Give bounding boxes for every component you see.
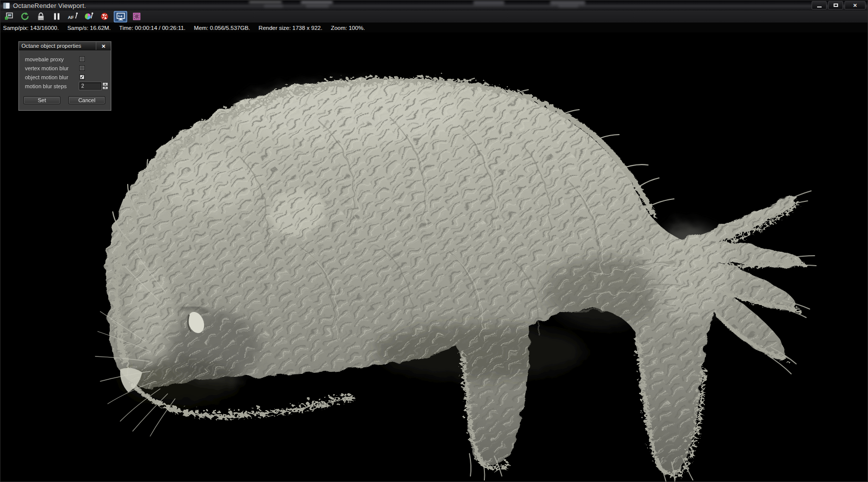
close-icon: ×: [853, 2, 857, 8]
restart-render-button[interactable]: [18, 11, 31, 22]
viewport-lock-icon: [116, 11, 126, 21]
spinner-up-icon: ▲: [104, 83, 107, 85]
render-region-button[interactable]: [130, 11, 143, 22]
status-memory: Mem: 0.056/5.537GB.: [194, 25, 250, 31]
cancel-button[interactable]: Cancel: [68, 96, 105, 104]
prop-row-vertex-motion-blur: vertex motion blur: [19, 65, 111, 72]
minimize-icon: [817, 6, 822, 7]
svg-text:AF: AF: [68, 15, 74, 20]
pause-render-icon: [52, 11, 62, 21]
close-button[interactable]: ×: [845, 1, 866, 9]
glass-smudge: [558, 4, 578, 7]
motion-blur-steps-label: motion blur steps: [25, 83, 67, 89]
octane-object-properties-dialog: Octane object properties × movebale prox…: [18, 41, 111, 111]
status-samples-per-pixel: Samp/pix: 143/16000.: [3, 25, 59, 31]
maximize-button[interactable]: [828, 1, 843, 9]
dialog-close-button[interactable]: ×: [96, 42, 111, 50]
viewport-toolbar: AF: [0, 10, 868, 23]
white-balance-pick-button[interactable]: [82, 11, 95, 22]
vertex-motion-blur-label: vertex motion blur: [25, 65, 68, 71]
minimize-button[interactable]: [812, 1, 827, 9]
reset-render-icon: [99, 11, 110, 21]
title-bar[interactable]: OctaneRender Viewport. ×: [0, 0, 868, 10]
prop-row-motion-blur-steps: motion blur steps ▲ ▼: [19, 83, 111, 90]
glass-smudge: [306, 4, 329, 7]
prop-row-movebale-proxy: movebale proxy: [19, 56, 111, 63]
motion-blur-steps-input[interactable]: [79, 82, 101, 90]
reset-render-button[interactable]: [98, 11, 111, 22]
octane-render-window: OctaneRender Viewport. ×: [0, 0, 868, 482]
save-render-icon: [4, 11, 14, 21]
vertex-motion-blur-checkbox[interactable]: [79, 65, 85, 71]
window-title: OctaneRender Viewport.: [13, 2, 86, 9]
lock-resolution-icon: [36, 11, 46, 21]
object-motion-blur-checkbox[interactable]: ✓: [79, 74, 85, 80]
render-status-bar: Samp/pix: 143/16000. Samp/s: 16.62M. Tim…: [0, 23, 868, 32]
dialog-close-icon: ×: [102, 43, 106, 49]
restart-render-icon: [20, 11, 30, 21]
lock-resolution-button[interactable]: [34, 11, 47, 22]
spinner-up-button[interactable]: ▲: [102, 82, 108, 86]
object-motion-blur-label: object motion blur: [25, 74, 68, 80]
render-image: [0, 32, 868, 482]
status-render-time: Time: 00:00:14 / 00:26:11.: [119, 25, 186, 31]
autofocus-pick-icon: AF: [67, 11, 79, 21]
prop-row-object-motion-blur: object motion blur ✓: [19, 74, 111, 81]
glass-smudge: [249, 0, 282, 3]
white-balance-pick-icon: [83, 11, 94, 21]
glass-smudge: [473, 0, 504, 5]
save-render-button[interactable]: [2, 11, 15, 22]
glass-smudge: [301, 0, 333, 4]
glass-smudge: [264, 4, 283, 7]
dialog-title: Octane object properties: [19, 43, 96, 49]
status-render-size: Render size: 1738 x 922.: [258, 25, 322, 31]
viewport-lock-button[interactable]: [114, 11, 127, 22]
movebale-proxy-label: movebale proxy: [25, 56, 64, 62]
autofocus-pick-button[interactable]: AF: [66, 11, 79, 22]
pause-render-button[interactable]: [50, 11, 63, 22]
render-viewport[interactable]: [0, 32, 868, 482]
spinner-down-button[interactable]: ▼: [102, 86, 108, 90]
window-controls: ×: [810, 0, 868, 10]
motion-blur-steps-spinner: ▲ ▼: [102, 82, 108, 90]
maximize-icon: [834, 3, 838, 7]
spinner-down-icon: ▼: [104, 87, 107, 89]
set-button[interactable]: Set: [23, 96, 60, 104]
status-zoom: Zoom: 100%.: [331, 25, 365, 31]
movebale-proxy-checkbox[interactable]: [79, 56, 85, 62]
status-samples-per-second: Samp/s: 16.62M.: [67, 25, 111, 31]
app-icon: [3, 2, 10, 9]
dialog-title-bar[interactable]: Octane object properties ×: [19, 42, 111, 50]
render-region-icon: [132, 11, 142, 21]
